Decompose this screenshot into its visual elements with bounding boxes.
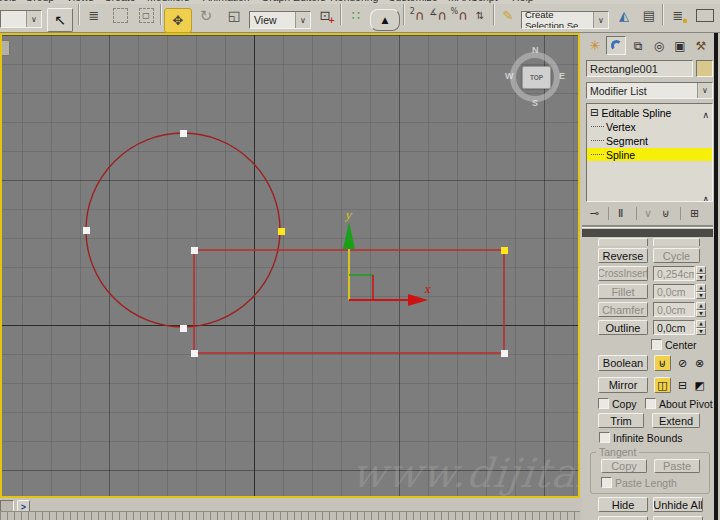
align-tool-button[interactable]: ▤ <box>637 4 661 27</box>
curve-editor-button[interactable] <box>692 4 718 27</box>
boolean-intersect-toggle[interactable]: ⊗ <box>692 355 707 371</box>
fillet-button[interactable]: Fillet <box>598 284 648 299</box>
viewcube-top-face[interactable]: TOP <box>522 66 551 89</box>
infinite-bounds-checkbox[interactable] <box>599 432 610 443</box>
tangent-paste-button[interactable]: Paste <box>654 459 700 473</box>
boolean-subtract-toggle[interactable]: ⊘ <box>675 355 690 371</box>
select-manipulate-button[interactable]: ∷ <box>344 4 368 27</box>
show-end-result-icon[interactable]: Ⅱ <box>618 207 623 220</box>
fillet-value-field[interactable]: 0,0cm <box>653 284 695 299</box>
unhide-all-button[interactable]: Unhide All <box>653 497 703 512</box>
chamfer-value-field[interactable]: 0,0cm <box>653 302 695 317</box>
mirror-button[interactable]: Mirror <box>598 377 648 393</box>
stack-row-editable-spline[interactable]: ⊟ Editable Spline ∧ <box>587 106 712 119</box>
select-scale-button[interactable]: ◱ <box>221 4 247 27</box>
spinner-snap-button[interactable]: ⇅ <box>470 4 490 27</box>
paste-length-checkbox[interactable] <box>601 477 612 488</box>
spinner-down-icon[interactable]: ▼ <box>696 310 706 318</box>
vertex-handle[interactable] <box>180 130 187 137</box>
tab-hierarchy[interactable]: ⧉ <box>628 36 648 55</box>
clipped-button-fragment[interactable] <box>653 238 700 246</box>
clipped-button-fragment[interactable] <box>653 516 703 520</box>
panel-scrollbar[interactable] <box>714 33 718 520</box>
spinner-down-icon[interactable]: ▼ <box>696 274 706 282</box>
select-object-button[interactable]: ↖ <box>47 8 73 32</box>
rect-selection-region-button[interactable] <box>108 4 132 27</box>
menu-graph-editors[interactable]: Graph Editors <box>261 0 326 3</box>
copy-checkbox[interactable] <box>598 398 609 409</box>
select-rotate-button[interactable]: ↻ <box>193 4 219 27</box>
cross-insert-spinner[interactable]: ▲ ▼ <box>696 266 706 281</box>
menu-tools[interactable]: Tools <box>0 0 17 3</box>
collapse-box-icon[interactable]: ⊟ <box>590 107 598 118</box>
edit-named-sets-button[interactable]: ✎ <box>497 4 519 27</box>
menu-group[interactable]: Group <box>25 0 54 3</box>
spinner-down-icon[interactable]: ▼ <box>696 292 706 300</box>
boolean-button[interactable]: Boolean <box>598 355 648 371</box>
menu-create[interactable]: Create <box>104 0 136 3</box>
chevron-down-icon[interactable]: ∨ <box>697 83 712 98</box>
chamfer-spinner[interactable]: ▲ ▼ <box>696 302 706 317</box>
scene-splines[interactable]: y x <box>2 35 578 496</box>
object-color-swatch[interactable] <box>696 60 713 77</box>
compass-south-label[interactable]: S <box>532 98 538 108</box>
tab-motion[interactable]: ◎ <box>649 36 669 55</box>
outline-button[interactable]: Outline <box>598 320 648 335</box>
cross-insert-button[interactable]: CrossInsert <box>598 266 648 281</box>
boolean-union-toggle[interactable]: ⊍ <box>654 355 671 371</box>
window-crossing-button[interactable]: ▢ <box>134 4 158 27</box>
menu-modifiers[interactable]: Modifiers <box>147 0 190 3</box>
tab-create[interactable]: ✳ <box>585 36 605 55</box>
object-name-field[interactable]: Rectangle001 <box>586 60 693 77</box>
compass-north-label[interactable]: N <box>532 45 539 55</box>
compass-west-label[interactable]: W <box>505 71 514 81</box>
vertex-handle[interactable] <box>191 350 198 357</box>
clipped-button-fragment[interactable] <box>598 516 648 520</box>
compass-east-label[interactable]: E <box>559 71 565 81</box>
center-checkbox[interactable] <box>651 339 662 350</box>
spinner-down-icon[interactable]: ▼ <box>696 328 706 336</box>
chamfer-button[interactable]: Chamfer <box>598 302 648 317</box>
outline-value-field[interactable]: 0,0cm <box>653 320 695 335</box>
mirror-both-toggle[interactable]: ◩ <box>692 377 707 393</box>
chevron-down-icon[interactable]: ∨ <box>26 11 41 27</box>
tab-utilities[interactable]: ⚒ <box>691 36 711 55</box>
viewcube[interactable]: N W E S TOP <box>505 45 565 109</box>
stack-chevron-icon[interactable]: ∧ <box>702 110 709 120</box>
tab-modify[interactable] <box>606 36 626 55</box>
spinner-up-icon[interactable]: ▲ <box>696 266 706 274</box>
outline-spinner[interactable]: ▲ ▼ <box>696 320 706 335</box>
menu-customize[interactable]: Customize <box>388 0 438 3</box>
tab-display[interactable]: ▣ <box>670 36 690 55</box>
select-move-button[interactable]: ✥ <box>164 8 192 33</box>
stack-row-spline-selected[interactable]: Spline ∧ <box>587 148 712 161</box>
timeline-tick-strip[interactable] <box>0 511 580 520</box>
vertex-handle[interactable] <box>191 247 198 254</box>
menu-maxscript[interactable]: MAXScript <box>448 0 498 3</box>
menu-help[interactable]: Help <box>512 0 534 3</box>
use-pivot-center-button[interactable]: ⊡ + <box>313 4 337 27</box>
spinner-up-icon[interactable]: ▲ <box>696 320 706 328</box>
trim-button[interactable]: Trim <box>598 413 644 428</box>
named-selection-set-dropdown[interactable]: Create Selection Se ∨ <box>521 11 609 29</box>
keyboard-override-button[interactable]: ▲ <box>370 9 400 31</box>
cross-insert-value-field[interactable]: 0,254cm <box>653 266 695 281</box>
layer-manager-button[interactable]: ≣ <box>666 4 690 27</box>
stack-row-segment[interactable]: Segment <box>587 134 712 147</box>
circle-spline[interactable] <box>86 133 280 327</box>
vertex-handle[interactable] <box>501 350 508 357</box>
chevron-down-icon[interactable]: ∨ <box>295 12 310 28</box>
angle-snap-button[interactable]: ∡ ∩ <box>428 4 448 27</box>
vertex-handle-selected[interactable] <box>501 247 508 254</box>
viewport-top[interactable]: y x N W E S TOP www.dijitaldev <box>0 33 580 498</box>
chevron-down-icon[interactable]: ∨ <box>593 12 608 28</box>
gizmo-y-arrowhead[interactable] <box>343 222 355 249</box>
mirror-vertical-toggle[interactable]: ⊟ <box>675 377 690 393</box>
extend-button[interactable]: Extend <box>652 413 700 428</box>
tangent-copy-button[interactable]: Copy <box>601 459 647 473</box>
stack-row-vertex[interactable]: Vertex <box>587 120 712 133</box>
make-unique-icon[interactable]: ∨ <box>644 207 652 220</box>
selection-filter-dropdown[interactable]: ∨ <box>0 10 42 28</box>
vertex-handle-selected[interactable] <box>278 228 285 235</box>
cycle-button[interactable]: Cycle <box>653 248 700 263</box>
